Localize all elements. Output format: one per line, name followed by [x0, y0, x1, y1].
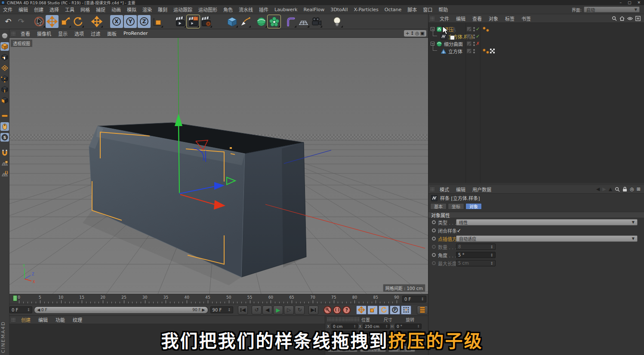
menu-tools[interactable]: 工具 [62, 6, 77, 13]
maximize-view-icon[interactable]: ▣ [420, 31, 425, 36]
menu-snap[interactable]: 捕捉 [93, 6, 108, 13]
add-light-button[interactable] [330, 15, 343, 28]
eye-icon[interactable] [627, 16, 633, 21]
key-position-toggle[interactable] [356, 306, 367, 315]
mat-menu-create[interactable]: 创建 [17, 316, 34, 323]
add-camera-button[interactable] [310, 15, 323, 28]
interpolation-dropdown[interactable]: 自动适应▼ [456, 235, 638, 242]
add-primitive-button[interactable] [225, 15, 238, 28]
rotate-view-icon[interactable]: ◎ [415, 31, 419, 36]
menu-script[interactable]: 脚本 [404, 6, 420, 13]
enable-axis-button[interactable] [0, 111, 9, 120]
uvw-tag-icon[interactable] [490, 49, 495, 53]
enabled-check[interactable]: ✓ [476, 26, 480, 32]
viewport-canvas[interactable]: Y Z X 透视视图 网格间距 : 100 cm [9, 38, 428, 294]
layer-color-box[interactable] [467, 34, 471, 39]
workplane-mode-button[interactable] [0, 64, 9, 72]
polygons-mode-button[interactable] [0, 96, 9, 105]
menu-3dtoall[interactable]: 3DtoAll [327, 7, 351, 12]
am-menu-mode[interactable]: 模式 [436, 186, 453, 193]
radio-icon[interactable] [432, 261, 436, 265]
menu-plugins[interactable]: 插件 [256, 6, 271, 13]
previous-frame-button[interactable]: ◀ [262, 306, 272, 315]
tab-basic[interactable]: 基本 [430, 203, 447, 210]
tag-dot-icon[interactable] [486, 51, 489, 54]
vp-menu-display[interactable]: 显示 [55, 30, 71, 37]
rot-p-field[interactable]: ↕ [395, 331, 422, 336]
drag-handle-icon[interactable] [11, 31, 15, 36]
rotate-tool[interactable] [71, 15, 84, 28]
object-row-spline[interactable]: 立方体.样条 ✓ [428, 33, 644, 40]
timeline-ruler[interactable]: 051015202530354045505560657075808590 0 F… [9, 294, 428, 304]
object-label[interactable]: 立方体 [448, 48, 462, 55]
minimize-icon[interactable]: – [619, 0, 622, 5]
menu-sculpt[interactable]: 雕刻 [155, 6, 170, 13]
menu-simulate[interactable]: 模拟 [124, 6, 139, 13]
add-environment-button[interactable] [297, 15, 310, 28]
radio-icon[interactable] [432, 237, 436, 241]
layer-color-box[interactable] [467, 27, 471, 31]
drag-handle-icon[interactable] [430, 16, 434, 21]
range-slider-bar[interactable]: ◀ 0 F 90 F ▶ [34, 307, 207, 313]
add-mograph-button[interactable] [268, 15, 280, 28]
undo-button[interactable]: ↶ [2, 15, 15, 28]
object-row-cube[interactable]: 立方体 [428, 47, 644, 55]
nav-up-icon[interactable]: ▲ [609, 186, 612, 192]
pan-view-icon[interactable]: + [406, 31, 410, 36]
radio-icon[interactable] [432, 245, 436, 249]
visibility-dots[interactable] [473, 34, 475, 39]
menu-character[interactable]: 角色 [220, 6, 236, 13]
mat-menu-texture[interactable]: 纹理 [69, 316, 86, 323]
edges-mode-button[interactable] [0, 85, 9, 94]
vp-menu-prorender[interactable]: ProRender [120, 31, 151, 36]
menu-render[interactable]: 渲染 [139, 6, 155, 13]
keyframe-help-button[interactable]: ? [342, 306, 351, 314]
redo-button[interactable]: ↷ [15, 15, 28, 28]
rot-b-field[interactable]: ↕ [395, 338, 422, 344]
number-field[interactable]: 8↕ [456, 244, 496, 250]
render-view-button[interactable] [174, 15, 187, 28]
menu-pipeline[interactable]: 流水线 [236, 6, 256, 13]
scale-tool[interactable] [59, 15, 71, 28]
search-icon[interactable] [615, 187, 620, 192]
drag-handle-icon[interactable] [327, 317, 360, 321]
search-icon[interactable] [612, 16, 617, 21]
spinner-icon[interactable]: ↕ [421, 297, 424, 301]
record-keyframe-button[interactable] [324, 306, 332, 314]
move-tool[interactable] [46, 15, 59, 28]
home-icon[interactable] [619, 16, 625, 21]
layer-color-box[interactable] [467, 41, 471, 46]
add-generator-button[interactable] [255, 15, 268, 28]
frame-field[interactable]: 0 F↕ [402, 296, 426, 303]
spinner-icon[interactable]: ↕ [27, 308, 31, 312]
size-z-field[interactable]: ↕ [363, 338, 390, 344]
visibility-dots[interactable] [473, 49, 475, 53]
type-dropdown[interactable]: 线性▼ [456, 219, 638, 225]
end-frame-field[interactable]: 90 F↕ [210, 306, 233, 313]
radio-icon[interactable] [432, 220, 436, 224]
zoom-view-icon[interactable]: ↕ [410, 31, 414, 36]
lock-z-axis-button[interactable]: Z [138, 15, 151, 28]
play-button[interactable]: ▶ [273, 306, 283, 315]
lock-x-axis-button[interactable]: X [110, 15, 123, 28]
angle-field[interactable]: 5 °↕ [456, 252, 496, 258]
size-x-field[interactable]: 250 cm↕ [363, 324, 390, 329]
live-selection-tool[interactable] [33, 15, 46, 28]
object-label[interactable]: 挤压 [444, 26, 453, 33]
add-view-icon[interactable] [635, 16, 641, 21]
close-icon[interactable]: ✕ [637, 0, 641, 5]
interface-dropdown[interactable]: 启动 ▼ [584, 6, 640, 12]
coord-size-dropdown[interactable]: 绝对尺寸▼ [360, 346, 385, 352]
menu-window[interactable]: 窗口 [420, 6, 435, 13]
snap-settings-button[interactable]: S [0, 133, 9, 142]
disabled-cross[interactable]: ✗ [476, 41, 480, 46]
lock-y-axis-button[interactable]: Y [124, 15, 137, 28]
menu-realflow[interactable]: RealFlow [300, 7, 327, 12]
apply-button[interactable]: 应用 [388, 346, 415, 352]
pos-x-field[interactable]: 0 cm↕ [331, 324, 358, 329]
menu-octane[interactable]: Octane [382, 7, 405, 12]
render-settings-button[interactable] [200, 15, 213, 28]
tag-dot-icon[interactable] [483, 27, 486, 30]
playhead-marker[interactable] [13, 295, 17, 301]
coord-mode-dropdown[interactable]: 对象 (相对)▼ [328, 346, 357, 352]
